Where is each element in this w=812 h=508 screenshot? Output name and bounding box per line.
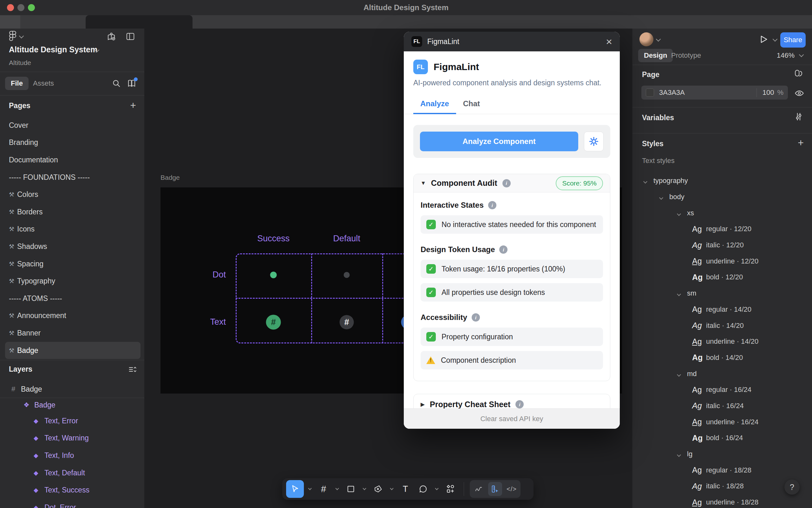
comment-tool-button[interactable] — [415, 481, 431, 497]
text-style-row[interactable]: Agunderline · 18/28 — [633, 494, 812, 508]
tree-node-xs[interactable]: xs — [633, 205, 812, 221]
layers-options-icon[interactable] — [128, 365, 137, 374]
present-chevron-icon[interactable] — [773, 37, 778, 42]
search-icon[interactable] — [112, 79, 121, 88]
page-item-typography[interactable]: ⚒Typography — [0, 272, 144, 290]
page-settings-icon[interactable] — [794, 69, 804, 79]
info-icon[interactable]: i — [499, 246, 508, 254]
dev-mode-button[interactable]: </> — [505, 482, 519, 496]
info-icon[interactable]: i — [516, 400, 524, 409]
shape-tool-button[interactable] — [343, 481, 358, 497]
collapse-triangle-icon[interactable]: ▼ — [420, 180, 426, 186]
color-opacity-value[interactable]: 100 — [763, 88, 774, 97]
variant-row-dot[interactable]: Dot — [188, 270, 226, 280]
tab-file[interactable]: File — [5, 77, 29, 90]
draw-mode-button[interactable] — [472, 482, 486, 496]
collapse-chevron-icon[interactable] — [644, 177, 653, 185]
layer-component-set-badge[interactable]: ❖ Badge — [0, 398, 144, 412]
page-item-announcement[interactable]: ⚒Announcement — [0, 307, 144, 325]
page-item-icons[interactable]: ⚒Icons — [0, 221, 144, 238]
frame-tool-chevron-icon[interactable] — [334, 488, 341, 490]
page-item-documentation[interactable]: Documentation — [0, 151, 144, 169]
active-file-tab[interactable] — [86, 15, 193, 29]
visibility-eye-icon[interactable] — [794, 88, 804, 98]
layer-variant[interactable]: ◆Text, Error — [0, 412, 144, 430]
figma-logo-icon[interactable] — [9, 31, 16, 42]
file-name[interactable]: Altitude Design System — [9, 45, 97, 54]
text-style-row[interactable]: Agbold · 12/20 — [633, 269, 812, 285]
collapse-chevron-icon[interactable] — [678, 450, 687, 458]
tab-design[interactable]: Design — [638, 49, 673, 62]
variables-sliders-icon[interactable] — [794, 112, 804, 122]
text-style-row[interactable]: Agunderline · 16/24 — [633, 414, 812, 430]
text-style-row[interactable]: Agunderline · 14/20 — [633, 334, 812, 350]
text-style-row[interactable]: Agunderline · 12/20 — [633, 253, 812, 269]
expand-triangle-icon[interactable]: ▶ — [420, 401, 425, 408]
text-style-row[interactable]: Agregular · 18/28 — [633, 462, 812, 478]
pen-tool-button[interactable] — [370, 481, 386, 497]
tree-node-typography[interactable]: typography — [633, 173, 812, 189]
avatar[interactable] — [640, 32, 653, 46]
actions-tool-button[interactable] — [443, 481, 458, 497]
badge-text-success[interactable]: # — [266, 315, 281, 330]
plugin-dialog-header[interactable]: FL FigmaLint × — [404, 32, 620, 51]
text-style-row[interactable]: Agitalic · 14/20 — [633, 318, 812, 334]
analyze-component-button[interactable]: Analyze Component — [420, 132, 578, 151]
text-style-row[interactable]: Agregular · 14/20 — [633, 302, 812, 318]
add-page-icon[interactable]: + — [130, 100, 136, 110]
help-button[interactable]: ? — [784, 479, 800, 495]
layer-frame-badge[interactable]: # Badge — [0, 381, 144, 397]
component-audit-header[interactable]: ▼ Component Audit i Score: 95% — [414, 174, 610, 193]
layer-variant[interactable]: ◆Text, Warning — [0, 430, 144, 447]
page-item-badge-selected[interactable]: ⚒Badge — [5, 342, 140, 359]
page-item-atoms-separator[interactable]: ----- ATOMS ----- — [0, 290, 144, 307]
frame-title[interactable]: Badge — [161, 174, 180, 181]
shape-tool-chevron-icon[interactable] — [361, 488, 368, 490]
page-item-cover[interactable]: Cover — [0, 117, 144, 134]
share-button[interactable]: Share — [780, 32, 806, 48]
avatar-chevron-icon[interactable] — [656, 37, 661, 42]
zoom-control[interactable]: 146% — [777, 49, 803, 62]
collapse-chevron-icon[interactable] — [678, 209, 687, 217]
tree-node-lg[interactable]: lg — [633, 446, 812, 462]
settings-gear-button[interactable] — [584, 132, 604, 151]
text-style-row[interactable]: Agregular · 16/24 — [633, 382, 812, 398]
page-item-spacing[interactable]: ⚒Spacing — [0, 255, 144, 273]
tree-node-body[interactable]: body — [633, 189, 812, 205]
toggle-panel-icon[interactable] — [126, 32, 135, 41]
text-style-row[interactable]: Agbold · 16/24 — [633, 430, 812, 446]
info-icon[interactable]: i — [502, 179, 511, 187]
page-item-foundations-separator[interactable]: ----- FOUNDATIONS ----- — [0, 169, 144, 186]
info-icon[interactable]: i — [472, 313, 480, 322]
tree-node-md[interactable]: md — [633, 366, 812, 382]
main-menu-chevron-icon[interactable] — [19, 34, 24, 39]
add-style-icon[interactable]: + — [798, 138, 804, 148]
text-style-row[interactable]: Agbold · 14/20 — [633, 350, 812, 366]
close-icon[interactable]: × — [606, 36, 612, 47]
badge-dot-success[interactable] — [270, 272, 277, 279]
page-item-colors[interactable]: ⚒Colors — [0, 186, 144, 203]
tab-assets[interactable]: Assets — [33, 77, 54, 90]
design-resources-icon[interactable] — [107, 32, 116, 41]
tree-node-sm[interactable]: sm — [633, 285, 812, 302]
color-hex-value[interactable]: 3A3A3A — [659, 88, 685, 97]
move-tool-button[interactable] — [286, 480, 304, 498]
layer-variant[interactable]: ◆Dot, Error — [0, 499, 144, 508]
info-icon[interactable]: i — [488, 201, 496, 209]
color-swatch[interactable] — [646, 88, 654, 97]
page-item-borders[interactable]: ⚒Borders — [0, 203, 144, 221]
clear-api-key-button[interactable]: Clear saved API key — [404, 409, 620, 429]
frame-tool-button[interactable]: # — [316, 481, 331, 497]
text-style-row[interactable]: Agitalic · 16/24 — [633, 398, 812, 414]
variant-row-text[interactable]: Text — [188, 317, 226, 327]
text-style-row[interactable]: Agregular · 12/20 — [633, 221, 812, 237]
badge-dot-default[interactable] — [344, 272, 350, 278]
page-item-banner[interactable]: ⚒Banner — [0, 325, 144, 342]
tab-analyze[interactable]: Analyze — [413, 94, 456, 114]
page-item-shadows[interactable]: ⚒Shadows — [0, 238, 144, 255]
text-style-row[interactable]: Agitalic · 12/20 — [633, 237, 812, 253]
page-item-branding[interactable]: Branding — [0, 134, 144, 152]
layer-variant[interactable]: ◆Text, Success — [0, 481, 144, 499]
measure-mode-button[interactable] — [488, 482, 502, 496]
tab-prototype[interactable]: Prototype — [671, 49, 701, 62]
